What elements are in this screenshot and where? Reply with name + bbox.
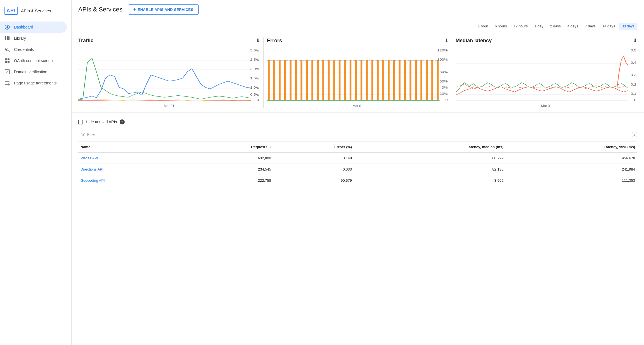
time-range-bar: 1 hour 6 hours 12 hours 1 day 2 days 4 d…: [72, 19, 644, 33]
hide-unused-checkbox[interactable]: [78, 120, 83, 124]
col-requests[interactable]: Requests ↓: [184, 141, 273, 153]
traffic-chart-area: 3.0/s 2.5/s 2.0/s 1.5/s 1.0/s 0.5/s 0: [78, 47, 260, 103]
row-1-latency-median: 82.135: [354, 164, 506, 175]
sidebar-nav: Dashboard Library Credentials: [0, 22, 71, 89]
table-toolbar: Filter ?: [78, 128, 637, 141]
latency-chart-xlabel: Mar 01: [456, 104, 637, 108]
plus-icon: +: [133, 7, 136, 12]
row-0-name[interactable]: Places API: [78, 153, 184, 164]
svg-text:80%: 80%: [439, 71, 448, 74]
enable-apis-button[interactable]: + ENABLE APIS AND SERVICES: [128, 4, 199, 15]
row-2-name[interactable]: Geocoding API: [78, 175, 184, 186]
api-table: Name Requests ↓ Errors (%) Latency, medi…: [78, 141, 637, 186]
errors-download-icon[interactable]: ⬇: [444, 37, 449, 44]
svg-text:0: 0: [634, 99, 636, 102]
row-2-requests: 222,758: [184, 175, 273, 186]
svg-rect-53: [295, 60, 297, 100]
sidebar-item-oauth[interactable]: OAuth consent screen: [0, 55, 67, 66]
svg-rect-45: [273, 60, 275, 100]
svg-text:0.4: 0.4: [631, 61, 636, 64]
time-12hours[interactable]: 12 hours: [511, 23, 531, 30]
svg-text:100%: 100%: [437, 58, 448, 61]
sidebar-item-domain[interactable]: Domain verification: [0, 66, 67, 77]
sidebar-item-credentials[interactable]: Credentials: [0, 44, 67, 55]
time-6hours[interactable]: 6 hours: [492, 23, 510, 30]
svg-rect-7: [5, 58, 7, 60]
sidebar-item-label-library: Library: [14, 36, 26, 41]
hide-unused-label[interactable]: Hide unused APIs: [78, 120, 117, 124]
svg-rect-89: [393, 60, 395, 100]
col-latency-median[interactable]: Latency, median (ms): [354, 141, 506, 153]
col-name[interactable]: Name: [78, 141, 184, 153]
page-usage-icon: [4, 80, 10, 86]
row-0-latency-median: 60.722: [354, 153, 506, 164]
errors-chart-area: 120% 100% 80% 60% 40% 20% 0: [267, 47, 449, 103]
time-7days[interactable]: 7 days: [582, 23, 598, 30]
time-30days[interactable]: 30 days: [619, 23, 637, 30]
svg-rect-91: [399, 60, 401, 100]
time-1hour[interactable]: 1 hour: [475, 23, 491, 30]
library-icon: [4, 36, 10, 41]
svg-rect-69: [339, 60, 341, 100]
svg-text:60%: 60%: [439, 80, 448, 83]
svg-text:40%: 40%: [439, 86, 448, 89]
hide-unused-text: Hide unused APIs: [86, 120, 117, 124]
traffic-chart-svg: 3.0/s 2.5/s 2.0/s 1.5/s 1.0/s 0.5/s 0: [78, 47, 260, 103]
svg-rect-93: [404, 60, 406, 100]
svg-point-6: [6, 49, 7, 50]
row-1-latency-95: 241.984: [506, 164, 637, 175]
filter-button[interactable]: Filter: [78, 131, 98, 138]
svg-text:0.2: 0.2: [631, 83, 636, 86]
svg-rect-59: [311, 60, 313, 100]
svg-rect-79: [366, 60, 368, 100]
traffic-chart-header: Traffic ⬇: [78, 37, 260, 44]
svg-text:0: 0: [446, 99, 448, 102]
svg-text:0.1: 0.1: [631, 92, 636, 95]
errors-chart-header: Errors ⬇: [267, 37, 449, 44]
svg-rect-8: [8, 58, 10, 60]
svg-point-1: [6, 26, 8, 28]
sidebar-item-page-usage[interactable]: Page usage agreements: [0, 77, 67, 89]
credentials-icon: [4, 47, 10, 52]
svg-text:20%: 20%: [439, 92, 448, 95]
svg-text:3.0/s: 3.0/s: [250, 49, 259, 52]
traffic-chart-container: Traffic ⬇ 3.0/s 2.5/s 2.0/s 1.5/s 1.0/s …: [78, 37, 263, 108]
sort-icon: ↓: [269, 145, 271, 149]
main-content: APIs & Services + ENABLE APIS AND SERVIC…: [72, 0, 644, 345]
main-header: APIs & Services + ENABLE APIS AND SERVIC…: [72, 0, 644, 19]
time-14days[interactable]: 14 days: [600, 23, 618, 30]
svg-rect-71: [344, 60, 346, 100]
row-2-latency-95: 111.353: [506, 175, 637, 186]
row-1-requests: 234,545: [184, 164, 273, 175]
latency-download-icon[interactable]: ⬇: [633, 37, 637, 44]
svg-rect-67: [333, 60, 335, 100]
svg-rect-55: [300, 60, 302, 100]
errors-chart-svg: 120% 100% 80% 60% 40% 20% 0: [267, 47, 449, 103]
errors-chart-title: Errors: [267, 38, 282, 44]
table-help-icon[interactable]: ?: [632, 132, 637, 137]
row-1-errors: 0.033: [273, 164, 354, 175]
svg-rect-57: [306, 60, 308, 100]
hide-unused-help-icon[interactable]: ?: [120, 119, 125, 124]
domain-icon: [4, 69, 10, 75]
sidebar-item-library[interactable]: Library: [0, 33, 67, 44]
row-2-errors: 90.679: [273, 175, 354, 186]
table-row: Directions API 234,545 0.033 82.135 241.…: [78, 164, 637, 175]
svg-text:0.5/s: 0.5/s: [250, 93, 259, 96]
svg-rect-75: [355, 60, 357, 100]
time-1day[interactable]: 1 day: [532, 23, 546, 30]
time-4days[interactable]: 4 days: [565, 23, 581, 30]
col-errors[interactable]: Errors (%): [273, 141, 354, 153]
svg-text:0.3: 0.3: [631, 74, 636, 77]
filter-label: Filter: [87, 132, 96, 137]
traffic-download-icon[interactable]: ⬇: [256, 37, 260, 44]
time-2days[interactable]: 2 days: [547, 23, 564, 30]
col-latency-95[interactable]: Latency, 95% (ms): [506, 141, 637, 153]
sidebar-item-label-credentials: Credentials: [14, 47, 34, 52]
traffic-chart-xlabel: Mar 01: [78, 104, 260, 108]
row-1-name[interactable]: Directions API: [78, 164, 184, 175]
sidebar-item-dashboard[interactable]: Dashboard: [0, 22, 67, 33]
oauth-icon: [4, 58, 10, 63]
svg-rect-97: [415, 60, 417, 100]
latency-chart-container: Median latency ⬇ 0.5 0.4 0.3 0.2 0.1 0: [452, 37, 637, 108]
